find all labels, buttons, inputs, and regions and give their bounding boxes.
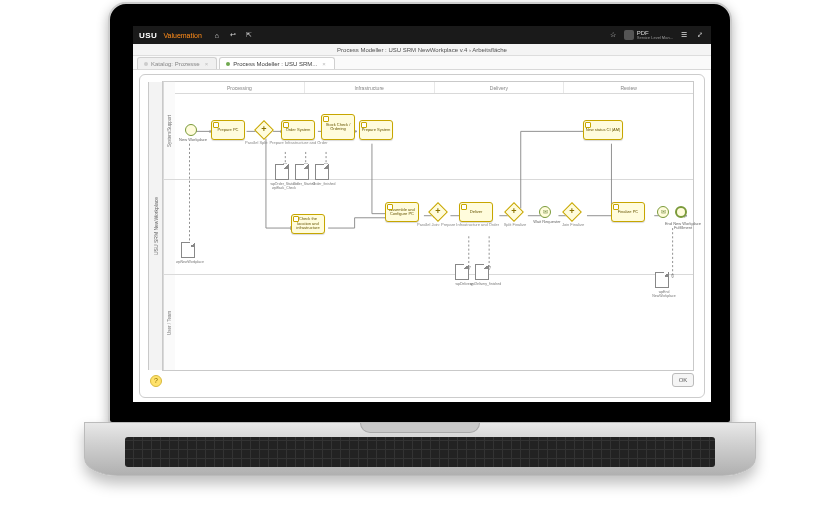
subprocess-icon [361,122,367,128]
back-icon[interactable]: ↩ [228,30,238,40]
lane-mid [163,180,693,275]
tab-status-icon [226,62,230,66]
diagram-canvas[interactable]: USU SRM NewWorkplace Processing Infrastr… [133,70,711,402]
task-label: Stock Check / Ordering [323,123,353,132]
task-deliver[interactable]: Deliver [459,202,493,222]
subprocess-icon [283,122,289,128]
keyboard [125,437,715,467]
laptop-mockup: USU Valuemation ⌂ ↩ ⇱ ☆ PDF Service Leve… [108,2,732,492]
task-label: Prepare System [362,128,391,132]
close-icon[interactable]: × [205,61,209,67]
end-event[interactable]: End New Workplace Fulfillment [675,206,687,218]
close-icon[interactable]: × [322,61,326,67]
help-button[interactable]: ? [150,375,162,387]
task-prepare-pc[interactable]: Prepare PC [211,120,245,140]
gateway-label: Split Finalize [497,222,533,227]
user-role: Service Level Man... [637,36,673,40]
task-label: New status CI (AM) [586,128,621,132]
product-name: Valuemation [163,32,201,39]
intermediate-message-event[interactable]: Wait Requester [539,206,551,218]
tab-catalog[interactable]: Katalog: Prozesse × [137,57,217,69]
subprocess-icon [387,204,393,210]
lane-user: User / Team [163,275,693,370]
app-screen: USU Valuemation ⌂ ↩ ⇱ ☆ PDF Service Leve… [133,26,711,402]
bpmn-pool: USU SRM NewWorkplace Processing Infrastr… [162,81,694,371]
subprocess-icon [461,204,467,210]
data-object[interactable]: wpOrder_Status / wpBack_Check [275,164,289,180]
task-new-status-ci[interactable]: New status CI (AM) [583,120,623,140]
tab-label: Process Modeller : USU SRM... [233,61,317,67]
tab-status-icon [144,62,148,66]
task-label: Prepare PC [218,128,239,132]
user-menu[interactable]: PDF Service Level Man... [624,30,673,40]
lane-title [163,180,175,274]
task-order-system[interactable]: Order System [281,120,315,140]
expand-icon[interactable]: ⤢ [695,30,705,40]
doc-label: wpEnd NewWorkplace [650,290,678,298]
external-icon[interactable]: ⇱ [244,30,254,40]
gateway-label: Join Finalize [555,222,591,227]
brand-logo: USU [139,31,157,40]
hinge-notch [360,423,480,433]
lane-title: User / Team [163,275,175,370]
gateway-label: Parallel Split: Prepare Infrastructure a… [245,140,289,145]
doc-label: wpDelivery_finished [470,282,498,286]
data-object[interactable]: Order_Started [295,164,309,180]
subprocess-icon [323,116,329,122]
data-object[interactable]: Order_finished [315,164,329,180]
lane-title: System/Support [163,82,175,179]
task-assemble-configure[interactable]: Assemble and Configure PC [385,202,419,222]
gateway-label: Parallel Join: Prepare Infrastructure an… [417,222,465,227]
subprocess-icon [585,122,591,128]
canvas-frame: USU SRM NewWorkplace Processing Infrastr… [139,74,705,398]
subprocess-icon [293,216,299,222]
subprocess-icon [613,204,619,210]
avatar-icon [624,30,634,40]
window-title: Process Modeller : USU SRM NewWorkplace … [133,44,711,56]
task-label: Finalize PC [618,210,638,214]
subprocess-icon [213,122,219,128]
data-object[interactable]: wpNewWorkplace [181,242,195,258]
ok-button[interactable]: OK [672,373,694,387]
task-stock-check[interactable]: Stock Check / Ordering [321,114,355,140]
node-label: New Workplace [176,138,210,142]
data-object[interactable]: wpEnd NewWorkplace [655,272,669,288]
task-label: Order System [286,128,311,132]
node-label: End New Workplace Fulfillment [663,222,703,231]
hamburger-icon[interactable]: ☰ [679,30,689,40]
tab-process-modeller[interactable]: Process Modeller : USU SRM... × [219,57,335,69]
data-object[interactable]: wpDelivery [455,264,469,280]
doc-label: Order_finished [310,182,338,186]
task-prepare-system[interactable]: Prepare System [359,120,393,140]
tab-bar: Katalog: Prozesse × Process Modeller : U… [133,56,711,70]
top-navbar: USU Valuemation ⌂ ↩ ⇱ ☆ PDF Service Leve… [133,26,711,44]
message-event[interactable] [657,206,669,218]
laptop-base [84,422,756,476]
task-check-location[interactable]: Check the location and infrastructure [291,214,325,234]
tab-label: Katalog: Prozesse [151,61,200,67]
doc-label: wpNewWorkplace [176,260,204,264]
data-object[interactable]: wpDelivery_finished [475,264,489,280]
screen-bezel: USU Valuemation ⌂ ↩ ⇱ ☆ PDF Service Leve… [108,2,732,424]
star-icon[interactable]: ☆ [608,30,618,40]
start-event[interactable]: New Workplace [185,124,197,136]
pool-title: USU SRM NewWorkplace [148,82,162,370]
task-finalize-pc[interactable]: Finalize PC [611,202,645,222]
home-icon[interactable]: ⌂ [212,30,222,40]
task-label: Deliver [470,210,482,214]
